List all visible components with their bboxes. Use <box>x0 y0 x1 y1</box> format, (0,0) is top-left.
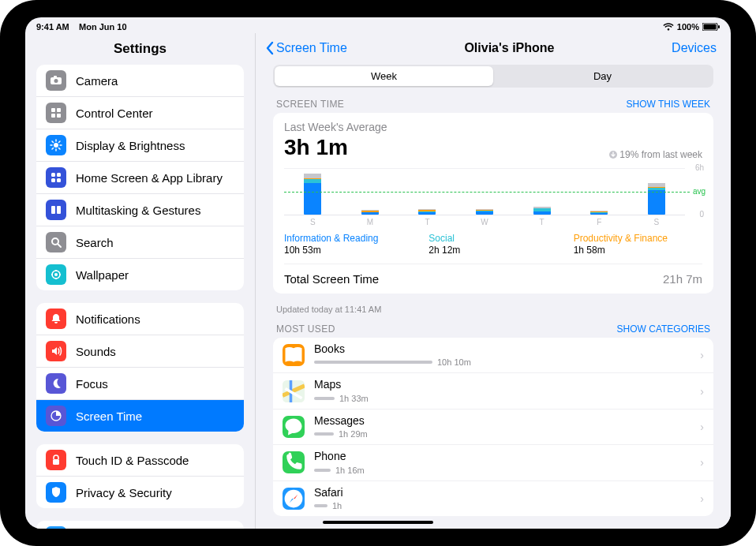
sidebar-item-notifications[interactable]: Notifications <box>36 303 244 335</box>
app-name: Phone <box>314 451 691 462</box>
app-time: 1h <box>332 501 342 510</box>
updated-label: Updated today at 11:41 AM <box>273 301 713 323</box>
svg-rect-7 <box>57 108 61 112</box>
svg-point-4 <box>54 79 58 83</box>
app-row-messages[interactable]: Messages1h 29m› <box>273 409 713 444</box>
sidebar-item-screen-time[interactable]: Screen Time <box>36 399 244 432</box>
sidebar-item-camera[interactable]: Camera <box>36 65 244 96</box>
app-name: Safari <box>314 487 691 499</box>
chart-avg-label: avg <box>693 187 705 196</box>
app-time: 10h 10m <box>437 357 471 367</box>
segment-day[interactable]: Day <box>493 66 712 86</box>
chart-xtick: T <box>513 218 571 226</box>
sidebar-item-privacy[interactable]: Privacy & Security <box>36 476 244 508</box>
sidebar-item-label: Touch ID & Passcode <box>76 454 189 467</box>
status-date: Mon Jun 10 <box>79 22 127 32</box>
sidebar-item-touch-id[interactable]: Touch ID & Passcode <box>36 444 244 476</box>
category-summary: Information & Reading10h 53m <box>284 233 413 256</box>
devices-button[interactable]: Devices <box>672 41 717 55</box>
svg-line-18 <box>59 141 61 143</box>
chart-xtick: S <box>284 218 342 226</box>
app-usage-bar <box>314 397 335 400</box>
app-name: Maps <box>314 379 691 391</box>
sidebar-item-focus[interactable]: Focus <box>36 367 244 399</box>
arrow-down-icon <box>609 151 617 159</box>
sidebar-item-label: Sounds <box>76 345 116 358</box>
status-time: 9:41 AM <box>36 22 69 32</box>
sidebar-item-wallpaper[interactable]: Wallpaper <box>36 258 244 290</box>
app-row-maps[interactable]: Maps1h 33m› <box>273 372 713 408</box>
total-label: Total Screen Time <box>284 272 379 286</box>
show-this-week-link[interactable]: SHOW THIS WEEK <box>627 99 710 110</box>
svg-line-17 <box>52 148 54 150</box>
app-time: 1h 16m <box>335 466 365 475</box>
category-time: 2h 12m <box>429 245 557 256</box>
sidebar-item-label: Multitasking & Gestures <box>76 204 200 217</box>
category-time: 1h 58m <box>574 245 702 256</box>
app-usage-bar <box>314 361 432 364</box>
chart-xtick: T <box>399 218 456 226</box>
battery-icon <box>702 23 720 31</box>
sidebar-item-control-center[interactable]: Control Center <box>36 96 244 129</box>
chart-ytick: 0 <box>699 210 704 219</box>
sounds-icon <box>46 341 66 361</box>
svg-rect-5 <box>54 76 57 78</box>
total-value: 21h 7m <box>663 272 702 286</box>
app-name: Books <box>314 343 691 355</box>
back-button[interactable]: Screen Time <box>265 41 347 55</box>
category-time: 10h 53m <box>284 245 413 256</box>
navbar: Screen Time Olivia's iPhone Devices <box>256 33 731 62</box>
sidebar-item-label: Control Center <box>76 107 153 120</box>
sidebar-item-label: Screen Time <box>76 410 142 423</box>
chevron-right-icon: › <box>700 456 704 469</box>
sidebar-item-display[interactable]: Display & Brightness <box>36 129 244 161</box>
search-icon <box>46 232 66 252</box>
sidebar-item-multitasking[interactable]: Multitasking & Gestures <box>36 193 244 226</box>
chevron-right-icon: › <box>700 385 704 398</box>
sidebar-item-label: Wallpaper <box>76 268 129 282</box>
sidebar-item-home-screen[interactable]: Home Screen & App Library <box>36 161 244 193</box>
svg-rect-2 <box>718 25 720 28</box>
sidebar-item-sounds[interactable]: Sounds <box>36 335 244 367</box>
screen-time-icon <box>46 406 66 426</box>
show-categories-link[interactable]: SHOW CATEGORIES <box>617 323 710 335</box>
avg-subtitle: Last Week's Average <box>284 121 702 133</box>
svg-rect-22 <box>57 178 61 182</box>
svg-rect-9 <box>57 114 61 118</box>
app-row-safari[interactable]: Safari1h› <box>273 481 713 516</box>
chart-xtick: F <box>571 218 628 226</box>
app-usage-bar <box>314 432 334 436</box>
status-battery: 100% <box>677 22 699 32</box>
display-icon <box>46 135 66 155</box>
maps-icon <box>283 380 305 402</box>
chevron-right-icon: › <box>700 492 704 505</box>
svg-rect-20 <box>57 173 61 177</box>
chart-xtick: S <box>627 218 685 226</box>
app-usage-bar <box>314 469 331 472</box>
most-used-list: Books10h 10m›Maps1h 33m›Messages1h 29m›P… <box>273 338 713 516</box>
chart-xtick: M <box>342 218 399 226</box>
app-row-books[interactable]: Books10h 10m› <box>273 338 713 372</box>
chart-xtick: W <box>456 218 514 226</box>
messages-icon <box>283 416 305 438</box>
wifi-icon <box>663 23 674 31</box>
home-indicator[interactable] <box>323 521 433 524</box>
week-day-segmented[interactable]: Week Day <box>273 65 713 88</box>
multitasking-icon <box>46 200 66 220</box>
segment-week[interactable]: Week <box>275 66 493 86</box>
settings-sidebar: Settings CameraControl CenterDisplay & B… <box>25 33 256 529</box>
books-icon <box>283 344 305 366</box>
detail-pane: Screen Time Olivia's iPhone Devices Week… <box>256 33 731 529</box>
app-row-phone[interactable]: Phone1h 16m› <box>273 444 713 480</box>
sidebar-item-search[interactable]: Search <box>36 226 244 258</box>
chevron-right-icon: › <box>700 421 704 433</box>
svg-rect-21 <box>51 178 55 182</box>
app-name: Messages <box>314 415 691 427</box>
app-time: 1h 29m <box>339 429 368 439</box>
touch-id-icon <box>46 450 66 470</box>
wallpaper-icon <box>46 264 66 285</box>
sidebar-item-app-store[interactable]: App Store <box>36 521 244 529</box>
category-name: Information & Reading <box>284 233 413 244</box>
sidebar-item-label: Focus <box>76 377 108 391</box>
svg-point-10 <box>54 143 58 148</box>
